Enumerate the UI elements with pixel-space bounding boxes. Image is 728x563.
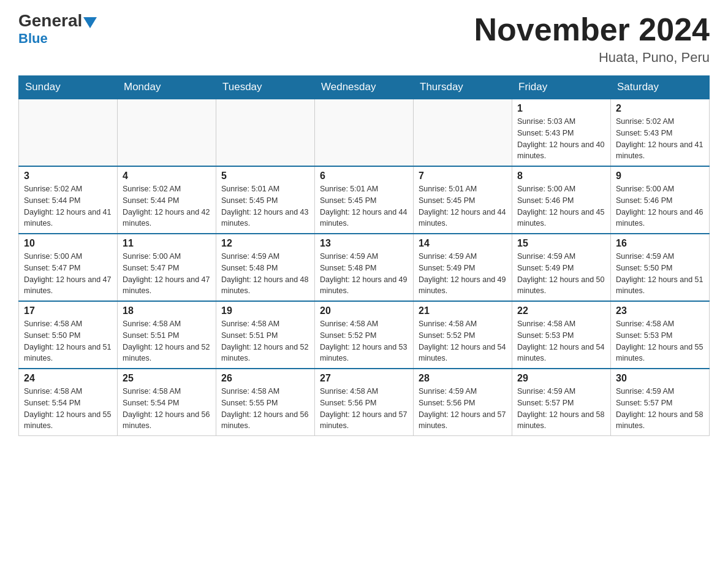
calendar-cell: 1Sunrise: 5:03 AMSunset: 5:43 PMDaylight… [512, 99, 611, 166]
day-number: 9 [616, 170, 704, 182]
day-number: 14 [419, 238, 507, 249]
day-info: Sunrise: 4:58 AMSunset: 5:50 PMDaylight:… [24, 318, 112, 364]
day-info: Sunrise: 4:58 AMSunset: 5:56 PMDaylight:… [320, 386, 408, 432]
day-info: Sunrise: 5:03 AMSunset: 5:43 PMDaylight:… [517, 116, 605, 162]
logo-top: General [18, 12, 97, 31]
calendar-cell [19, 99, 118, 166]
calendar-cell: 10Sunrise: 5:00 AMSunset: 5:47 PMDayligh… [19, 234, 118, 301]
day-number: 22 [517, 305, 605, 316]
day-number: 4 [123, 170, 211, 182]
day-info: Sunrise: 5:02 AMSunset: 5:43 PMDaylight:… [616, 116, 704, 162]
calendar-cell: 11Sunrise: 5:00 AMSunset: 5:47 PMDayligh… [118, 234, 216, 301]
week-row-2: 3Sunrise: 5:02 AMSunset: 5:44 PMDaylight… [19, 166, 710, 234]
day-number: 12 [221, 238, 309, 249]
header-wednesday: Wednesday [315, 76, 414, 99]
day-info: Sunrise: 5:01 AMSunset: 5:45 PMDaylight:… [320, 183, 408, 229]
day-number: 2 [616, 103, 704, 114]
week-row-4: 17Sunrise: 4:58 AMSunset: 5:50 PMDayligh… [19, 301, 710, 369]
calendar-cell: 29Sunrise: 4:59 AMSunset: 5:57 PMDayligh… [512, 369, 611, 436]
day-number: 1 [517, 103, 605, 114]
calendar-cell: 17Sunrise: 4:58 AMSunset: 5:50 PMDayligh… [19, 301, 118, 369]
week-row-1: 1Sunrise: 5:03 AMSunset: 5:43 PMDaylight… [19, 99, 710, 166]
calendar-cell: 18Sunrise: 4:58 AMSunset: 5:51 PMDayligh… [118, 301, 216, 369]
header-tuesday: Tuesday [216, 76, 315, 99]
calendar-cell [414, 99, 512, 166]
day-number: 26 [221, 373, 309, 384]
calendar-cell: 4Sunrise: 5:02 AMSunset: 5:44 PMDaylight… [118, 166, 216, 234]
weekday-header-row: Sunday Monday Tuesday Wednesday Thursday… [19, 76, 710, 99]
day-info: Sunrise: 5:02 AMSunset: 5:44 PMDaylight:… [24, 183, 112, 229]
day-number: 10 [24, 238, 112, 249]
calendar-cell: 7Sunrise: 5:01 AMSunset: 5:45 PMDaylight… [414, 166, 512, 234]
day-info: Sunrise: 5:00 AMSunset: 5:47 PMDaylight:… [24, 251, 112, 297]
calendar-cell: 21Sunrise: 4:58 AMSunset: 5:52 PMDayligh… [414, 301, 512, 369]
day-info: Sunrise: 4:59 AMSunset: 5:50 PMDaylight:… [616, 251, 704, 297]
day-info: Sunrise: 4:59 AMSunset: 5:57 PMDaylight:… [616, 386, 704, 432]
header-monday: Monday [118, 76, 216, 99]
day-number: 6 [320, 170, 408, 182]
calendar-cell [118, 99, 216, 166]
calendar-cell: 20Sunrise: 4:58 AMSunset: 5:52 PMDayligh… [315, 301, 414, 369]
day-info: Sunrise: 4:58 AMSunset: 5:54 PMDaylight:… [123, 386, 211, 432]
day-info: Sunrise: 5:00 AMSunset: 5:47 PMDaylight:… [123, 251, 211, 297]
day-info: Sunrise: 5:00 AMSunset: 5:46 PMDaylight:… [616, 183, 704, 229]
day-info: Sunrise: 5:00 AMSunset: 5:46 PMDaylight:… [517, 183, 605, 229]
day-number: 17 [24, 305, 112, 316]
header-sunday: Sunday [19, 76, 118, 99]
calendar-cell: 12Sunrise: 4:59 AMSunset: 5:48 PMDayligh… [216, 234, 315, 301]
day-number: 19 [221, 305, 309, 316]
calendar-cell: 14Sunrise: 4:59 AMSunset: 5:49 PMDayligh… [414, 234, 512, 301]
day-number: 27 [320, 373, 408, 384]
day-info: Sunrise: 4:59 AMSunset: 5:48 PMDaylight:… [221, 251, 309, 297]
calendar-cell: 30Sunrise: 4:59 AMSunset: 5:57 PMDayligh… [611, 369, 710, 436]
week-row-5: 24Sunrise: 4:58 AMSunset: 5:54 PMDayligh… [19, 369, 710, 436]
calendar-cell: 27Sunrise: 4:58 AMSunset: 5:56 PMDayligh… [315, 369, 414, 436]
day-number: 21 [419, 305, 507, 316]
day-info: Sunrise: 4:58 AMSunset: 5:51 PMDaylight:… [123, 318, 211, 364]
svg-marker-0 [83, 17, 97, 28]
calendar-cell: 8Sunrise: 5:00 AMSunset: 5:46 PMDaylight… [512, 166, 611, 234]
calendar-cell [315, 99, 414, 166]
day-info: Sunrise: 4:59 AMSunset: 5:57 PMDaylight:… [517, 386, 605, 432]
calendar-cell: 26Sunrise: 4:58 AMSunset: 5:55 PMDayligh… [216, 369, 315, 436]
day-number: 28 [419, 373, 507, 384]
calendar-cell: 23Sunrise: 4:58 AMSunset: 5:53 PMDayligh… [611, 301, 710, 369]
day-info: Sunrise: 4:58 AMSunset: 5:52 PMDaylight:… [419, 318, 507, 364]
day-number: 16 [616, 238, 704, 249]
day-info: Sunrise: 4:58 AMSunset: 5:53 PMDaylight:… [517, 318, 605, 364]
location-subtitle: Huata, Puno, Peru [474, 50, 710, 66]
calendar-cell: 3Sunrise: 5:02 AMSunset: 5:44 PMDaylight… [19, 166, 118, 234]
day-number: 23 [616, 305, 704, 316]
day-info: Sunrise: 4:59 AMSunset: 5:56 PMDaylight:… [419, 386, 507, 432]
calendar-cell: 15Sunrise: 4:59 AMSunset: 5:49 PMDayligh… [512, 234, 611, 301]
day-number: 8 [517, 170, 605, 182]
week-row-3: 10Sunrise: 5:00 AMSunset: 5:47 PMDayligh… [19, 234, 710, 301]
day-info: Sunrise: 4:59 AMSunset: 5:49 PMDaylight:… [517, 251, 605, 297]
day-info: Sunrise: 4:58 AMSunset: 5:55 PMDaylight:… [221, 386, 309, 432]
day-info: Sunrise: 4:58 AMSunset: 5:51 PMDaylight:… [221, 318, 309, 364]
calendar-cell: 19Sunrise: 4:58 AMSunset: 5:51 PMDayligh… [216, 301, 315, 369]
day-info: Sunrise: 5:01 AMSunset: 5:45 PMDaylight:… [221, 183, 309, 229]
calendar-cell: 13Sunrise: 4:59 AMSunset: 5:48 PMDayligh… [315, 234, 414, 301]
calendar-cell: 16Sunrise: 4:59 AMSunset: 5:50 PMDayligh… [611, 234, 710, 301]
calendar-cell: 24Sunrise: 4:58 AMSunset: 5:54 PMDayligh… [19, 369, 118, 436]
logo-bottom: Blue [18, 31, 48, 47]
calendar-cell: 25Sunrise: 4:58 AMSunset: 5:54 PMDayligh… [118, 369, 216, 436]
page-header: General Blue November 2024 Huata, Puno, … [18, 12, 710, 66]
day-info: Sunrise: 5:02 AMSunset: 5:44 PMDaylight:… [123, 183, 211, 229]
day-info: Sunrise: 4:58 AMSunset: 5:53 PMDaylight:… [616, 318, 704, 364]
calendar-cell: 28Sunrise: 4:59 AMSunset: 5:56 PMDayligh… [414, 369, 512, 436]
logo: General Blue [18, 12, 97, 47]
calendar-cell: 2Sunrise: 5:02 AMSunset: 5:43 PMDaylight… [611, 99, 710, 166]
day-number: 20 [320, 305, 408, 316]
header-friday: Friday [512, 76, 611, 99]
header-saturday: Saturday [611, 76, 710, 99]
calendar-cell: 6Sunrise: 5:01 AMSunset: 5:45 PMDaylight… [315, 166, 414, 234]
day-info: Sunrise: 4:59 AMSunset: 5:48 PMDaylight:… [320, 251, 408, 297]
title-area: November 2024 Huata, Puno, Peru [474, 12, 710, 66]
day-number: 18 [123, 305, 211, 316]
day-number: 15 [517, 238, 605, 249]
day-number: 11 [123, 238, 211, 249]
calendar-cell: 9Sunrise: 5:00 AMSunset: 5:46 PMDaylight… [611, 166, 710, 234]
day-number: 7 [419, 170, 507, 182]
